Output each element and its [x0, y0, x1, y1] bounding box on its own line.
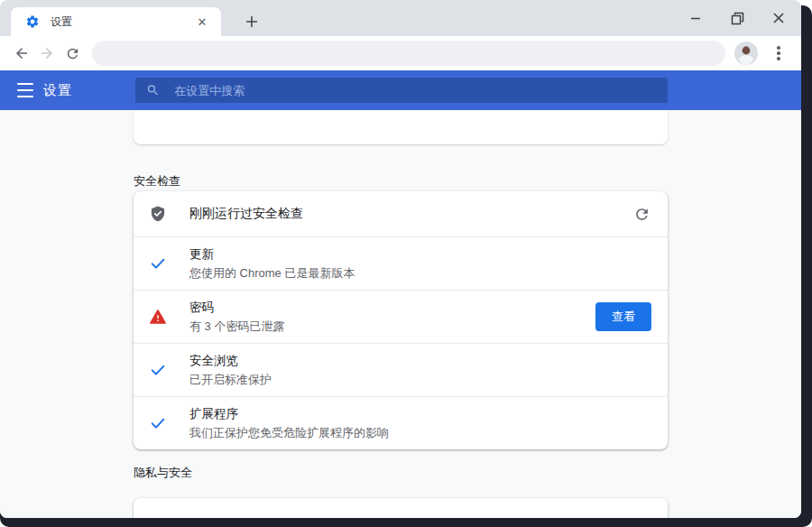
avatar[interactable]: [734, 42, 758, 65]
safety-row-title: 更新: [189, 245, 651, 264]
review-passwords-button[interactable]: 查看: [595, 302, 651, 331]
address-bar[interactable]: [92, 41, 725, 66]
safety-row-subtitle: 已开启标准保护: [189, 371, 651, 389]
section-label-privacy: 隐私与安全: [134, 465, 192, 481]
new-tab-button[interactable]: [239, 9, 264, 34]
safety-row-title: 安全浏览: [189, 352, 651, 370]
gear-icon: [25, 14, 40, 29]
safety-row-subtitle: 有 3 个密码已泄露: [189, 318, 595, 336]
safety-row-subtitle: 我们正保护您免受危险扩展程序的影响: [189, 424, 651, 442]
safety-row-text: 安全浏览 已开启标准保护: [189, 352, 651, 388]
plus-icon: [245, 15, 258, 28]
rerun-safety-check-button[interactable]: [632, 204, 651, 224]
browser-toolbar: [0, 36, 801, 70]
tab-close-icon[interactable]: ✕: [194, 14, 210, 30]
stage: 设置 ✕: [0, 0, 812, 527]
safety-row-text: 密码 有 3 个密码已泄露: [189, 299, 595, 335]
back-button[interactable]: [9, 41, 34, 66]
reload-button[interactable]: [60, 41, 85, 66]
safety-check-status-title: 刚刚运行过安全检查: [189, 206, 632, 222]
minimize-button[interactable]: [684, 6, 707, 30]
section-label-safety-check: 安全检查: [134, 173, 180, 190]
settings-title: 设置: [43, 70, 72, 110]
safety-row-text: 更新 您使用的 Chrome 已是最新版本: [189, 245, 651, 282]
minimize-icon: [689, 12, 702, 24]
safety-row-title: 扩展程序: [189, 405, 651, 423]
restore-button[interactable]: [725, 6, 749, 30]
shield-check-icon: [149, 205, 167, 223]
safety-row-extensions[interactable]: 扩展程序 我们正保护您免受危险扩展程序的影响: [134, 396, 668, 449]
refresh-icon: [633, 206, 651, 223]
settings-content: 安全检查 刚刚运行过安全检查 更新 您使用的 Chrome 已是最新版本: [0, 110, 801, 518]
close-icon: [772, 12, 785, 24]
settings-search[interactable]: [135, 78, 668, 103]
back-arrow-icon: [14, 45, 30, 61]
restore-icon: [731, 12, 744, 25]
safety-check-card: 刚刚运行过安全检查 更新 您使用的 Chrome 已是最新版本 密码: [134, 191, 668, 449]
tab-strip: 设置 ✕: [0, 0, 801, 36]
safety-row-subtitle: 您使用的 Chrome 已是最新版本: [189, 264, 651, 282]
settings-search-input[interactable]: [174, 84, 657, 97]
kebab-menu-icon[interactable]: [767, 42, 790, 65]
safety-row-text: 扩展程序 我们正保护您免受危险扩展程序的影响: [189, 405, 651, 441]
hamburger-icon[interactable]: [17, 83, 33, 97]
safety-row-passwords[interactable]: 密码 有 3 个密码已泄露 查看: [134, 290, 668, 343]
check-icon: [149, 254, 167, 273]
settings-header: 设置: [0, 70, 801, 110]
forward-button[interactable]: [34, 41, 60, 66]
check-icon: [149, 414, 167, 432]
window-controls: [684, 0, 798, 36]
tab-settings[interactable]: 设置 ✕: [11, 7, 221, 36]
close-window-button[interactable]: [767, 6, 790, 30]
check-icon: [149, 361, 167, 379]
privacy-section-card-partial: [134, 498, 668, 518]
forward-arrow-icon: [39, 45, 55, 61]
safety-row-updates[interactable]: 更新 您使用的 Chrome 已是最新版本: [134, 236, 668, 290]
safety-row-safe-browsing[interactable]: 安全浏览 已开启标准保护: [134, 343, 668, 396]
warning-triangle-icon: [149, 308, 167, 326]
search-icon: [146, 83, 160, 97]
tab-title: 设置: [51, 14, 194, 30]
safety-check-status-row: 刚刚运行过安全检查: [134, 191, 668, 236]
browser-window: 设置 ✕: [0, 0, 801, 518]
safety-row-title: 密码: [189, 299, 595, 317]
previous-section-card-partial: [134, 110, 668, 144]
reload-icon: [65, 46, 80, 61]
address-input[interactable]: [105, 47, 713, 60]
